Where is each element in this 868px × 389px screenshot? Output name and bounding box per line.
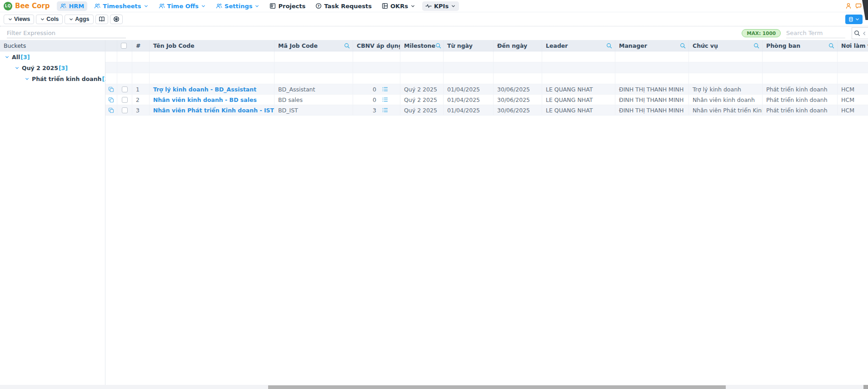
chevron-down-icon[interactable] <box>15 66 20 71</box>
cell-from: 01/04/2025 <box>444 84 494 94</box>
header-cell-t-n-job-code[interactable]: Tên Job Code <box>150 40 274 51</box>
cell-dept: Phát triển kinh doanh <box>763 84 838 94</box>
search-icon <box>854 30 860 36</box>
copy-row-icon[interactable] <box>108 97 114 103</box>
table-row[interactable]: 3Nhân viên Phát triển Kinh doanh - ISTBD… <box>105 105 868 116</box>
data-source-button[interactable] <box>845 15 863 24</box>
header-label: Manager <box>619 42 647 49</box>
empty-cell <box>150 62 274 73</box>
row-checkbox[interactable] <box>122 97 128 103</box>
header-cell-ph-ng-ban[interactable]: Phòng ban <box>763 40 838 51</box>
cell-manager: ĐINH THỊ THANH MINH <box>615 84 689 94</box>
copy-row-icon[interactable] <box>108 107 114 113</box>
empty-cell <box>353 51 400 62</box>
list-detail-icon[interactable] <box>382 97 388 102</box>
nav-item-label: HRM <box>69 3 84 10</box>
select-all-checkbox[interactable] <box>121 43 127 49</box>
header-cell-n-i-l-m-vi-c[interactable]: Nơi làm việc <box>838 40 868 51</box>
header-cell-m-job-code[interactable]: Mã Job Code <box>274 40 353 51</box>
column-search-icon[interactable] <box>606 43 612 49</box>
horizontal-scrollbar-thumb[interactable] <box>268 385 726 389</box>
empty-cell <box>615 73 689 84</box>
job-code-link[interactable]: Nhân viên Phát triển Kinh doanh - IST <box>153 107 274 114</box>
header-label: Nơi làm việc <box>841 42 868 49</box>
chevron-down-icon[interactable] <box>25 76 30 81</box>
row-checkbox[interactable] <box>122 107 128 113</box>
nav-item-hrm[interactable]: HRM <box>57 1 87 11</box>
aggs-button[interactable]: Aggs <box>65 15 93 24</box>
list-detail-icon[interactable] <box>382 86 388 92</box>
column-search-icon[interactable] <box>435 43 441 49</box>
nav-item-timesheets[interactable]: Timesheets <box>91 1 151 11</box>
nav-item-settings[interactable]: Settings <box>213 1 263 11</box>
brand[interactable]: LQ Bee Corp <box>4 2 50 10</box>
table-row[interactable]: 1Trợ lý kinh doanh - BD_AssistantBD_Assi… <box>105 84 868 95</box>
empty-cell <box>132 73 150 84</box>
column-search-icon[interactable] <box>344 43 350 49</box>
cell-tools <box>105 95 117 105</box>
chevron-down-icon <box>410 4 415 9</box>
header-cell-manager[interactable]: Manager <box>615 40 689 51</box>
empty-cell <box>763 62 838 73</box>
nav-item-task-requests[interactable]: ?Task Requests <box>312 1 375 11</box>
header-cell-leader[interactable]: Leader <box>542 40 615 51</box>
job-code-link[interactable]: Nhân viên kinh doanh - BD sales <box>153 96 257 103</box>
cols-button[interactable]: Cols <box>36 15 63 24</box>
copy-row-icon[interactable] <box>108 86 114 92</box>
cell-location: HCM <box>838 95 868 105</box>
header-cell-t-ng-y[interactable]: Từ ngày <box>444 40 494 51</box>
nav-item-label: Projects <box>278 3 305 10</box>
cell-location: HCM <box>838 105 868 115</box>
header-label: Đến ngày <box>497 42 527 49</box>
cell-dept: Phát triển kinh doanh <box>763 95 838 105</box>
header-cell-ch-c-v[interactable]: Chức vụ <box>689 40 763 51</box>
header-cell-check[interactable] <box>117 40 132 51</box>
toolbar: ViewsColsAggs <box>0 12 868 26</box>
bucket-group-row <box>105 62 868 73</box>
list-detail-icon[interactable] <box>382 107 388 113</box>
horizontal-scrollbar[interactable] <box>0 385 863 389</box>
views-button[interactable]: Views <box>4 15 34 24</box>
job-code-link[interactable]: Trợ lý kinh doanh - BD_Assistant <box>153 86 256 93</box>
empty-cell <box>117 73 132 84</box>
column-search-icon[interactable] <box>828 43 834 49</box>
filter-expression-input[interactable] <box>7 28 126 38</box>
nav-item-kpis[interactable]: KPIs <box>422 1 459 11</box>
search-term-input[interactable] <box>786 28 845 38</box>
nav-item-time-offs[interactable]: Time Offs <box>155 1 210 11</box>
header-cell-milestone[interactable]: Milestone <box>400 40 444 51</box>
search-button[interactable] <box>852 27 868 39</box>
empty-cell <box>274 51 353 62</box>
column-search-icon[interactable] <box>753 43 759 49</box>
nav-item-projects[interactable]: Projects <box>266 1 309 11</box>
header-cell-n-ng-y[interactable]: Đến ngày <box>494 40 542 51</box>
cell-cbnv: 0 <box>353 84 400 94</box>
user-icon[interactable] <box>845 3 852 9</box>
nav-item-okrs[interactable]: OKRs <box>379 1 419 11</box>
empty-cell <box>150 73 274 84</box>
empty-cell <box>274 73 353 84</box>
cell-role: Nhân viên Phát triển Kinh doanh <box>689 105 763 115</box>
column-search-icon[interactable] <box>680 43 686 49</box>
tree-item-ph-t-tri-n-kinh-doanh[interactable]: Phát triển kinh doanh[3] <box>0 73 105 84</box>
chevron-down-icon[interactable] <box>5 55 10 60</box>
chat-icon[interactable] <box>855 3 862 9</box>
header-cell-cbnv-p-d-ng[interactable]: CBNV áp dụng <box>353 40 400 51</box>
row-checkbox[interactable] <box>122 86 128 92</box>
empty-cell <box>494 62 542 73</box>
table-row[interactable]: 2Nhân viên kinh doanh - BD salesBD sales… <box>105 95 868 105</box>
bucket-group-row <box>105 51 868 62</box>
gear-button[interactable] <box>110 15 123 24</box>
empty-cell <box>150 51 274 62</box>
cell-from: 01/04/2025 <box>444 95 494 105</box>
tree-item-qu-2-2025[interactable]: Quý 2 2025[3] <box>0 62 105 73</box>
header-label: Milestone <box>404 42 435 49</box>
chevron-down-icon <box>855 17 860 22</box>
bucket-group-row <box>105 73 868 84</box>
header-cell-[interactable]: # <box>132 40 150 51</box>
book-button[interactable] <box>95 15 108 24</box>
tree-item-all[interactable]: All[3] <box>0 51 105 62</box>
chevron-down-icon <box>451 4 456 9</box>
tree-item-label: Phát triển kinh doanh <box>32 76 102 82</box>
empty-cell <box>689 73 763 84</box>
